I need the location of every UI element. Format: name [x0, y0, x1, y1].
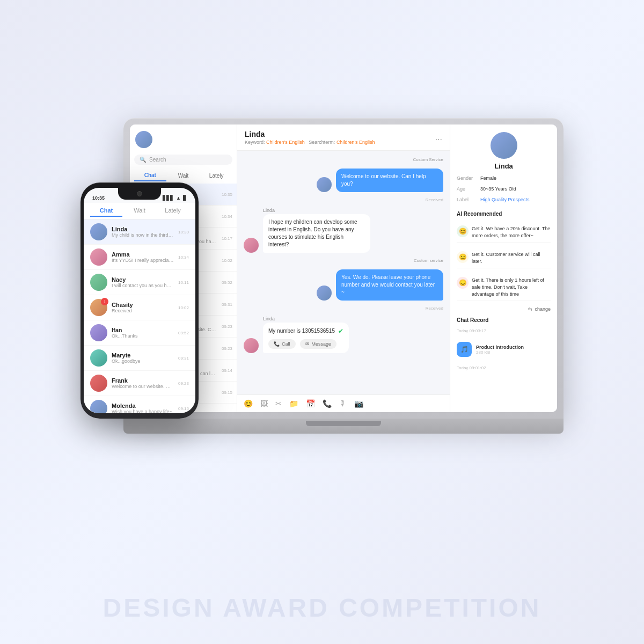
tab-lately[interactable]: Lately — [200, 170, 232, 181]
msg-avatar-1 — [317, 177, 332, 192]
phone: 10:35 ▋▋▋ ▲ ▊ Chat Wait Lately — [80, 182, 199, 419]
phone-shell: 10:35 ▋▋▋ ▲ ▊ Chat Wait Lately — [80, 182, 199, 419]
pci-info-6: Frank Welcome to our website. Can I he..… — [112, 377, 174, 389]
phone-chat-item-4[interactable]: Ifan Ok...Thanks 09:52 — [84, 320, 195, 346]
tab-wait[interactable]: Wait — [167, 170, 200, 181]
pci-avatar-0 — [90, 223, 107, 240]
keyword-label: Keyword: — [245, 140, 265, 145]
phone-toolbar-icon[interactable]: 📞 — [323, 399, 332, 408]
record-size: 280 KB — [476, 350, 524, 355]
pci-info-5: Maryte Ok...goodbye — [112, 352, 174, 364]
phone-chat-item-3[interactable]: 1 Chasity Received 10:02 — [84, 295, 195, 320]
profile-avatar — [491, 132, 517, 159]
pci-msg-4: Ok...Thanks — [112, 333, 174, 339]
pci-msg-2: I will contact you as you have free... — [112, 283, 174, 288]
video-icon[interactable]: 📷 — [354, 399, 363, 408]
record-item-1: 🎵 Product introduction 280 KB — [457, 339, 551, 360]
sidebar-header — [130, 125, 237, 151]
pci-msg-5: Ok...goodbye — [112, 358, 174, 364]
folder-icon[interactable]: 📁 — [289, 399, 298, 408]
age-label: Age — [457, 186, 477, 192]
chat-messages: Custom Service Welcome to our website. C… — [237, 151, 450, 394]
message-button[interactable]: ✉ Message — [300, 339, 337, 349]
record-name: Product introduction — [476, 345, 524, 350]
call-msg-row: 📞 Call ✉ Message — [268, 339, 343, 349]
pci-name-0: Linda — [112, 226, 174, 232]
searchterm-value: Children's English — [336, 140, 375, 145]
msg-bubble-2: I hope my children can develop some inte… — [263, 214, 370, 253]
msg-avatar-3 — [317, 286, 332, 301]
call-button[interactable]: 📞 Call — [268, 339, 296, 349]
emoji-icon[interactable]: 😊 — [244, 399, 253, 408]
chat-item-time-7: 09:23 — [222, 346, 232, 351]
msg-sender-4: Linda — [263, 316, 349, 321]
change-button[interactable]: ⇆ change — [457, 306, 551, 312]
scene: 🔍 Search Chat Wait Lately — [80, 118, 564, 483]
pci-avatar-1 — [90, 248, 107, 266]
record-file-icon: 🎵 — [457, 342, 472, 357]
search-placeholder: Search — [149, 157, 166, 163]
ai-icon-sad: 😞 — [457, 277, 469, 289]
phone-chat-item-6[interactable]: Frank Welcome to our website. Can I he..… — [84, 371, 195, 396]
msg-bubble-4: My number is 13051536515 ✔ 📞 Call — [263, 323, 349, 353]
scissors-icon[interactable]: ✂ — [275, 399, 282, 408]
pci-msg-3: Received — [112, 308, 174, 313]
phone-screen: 10:35 ▋▋▋ ▲ ▊ Chat Wait Lately — [84, 188, 195, 413]
search-bar[interactable]: 🔍 Search — [134, 155, 232, 165]
label-row: Label High Quality Prospects — [457, 197, 551, 202]
msg-label-1: Custom Service — [244, 157, 443, 162]
pci-msg-0: My child is now in the third grade. — [112, 232, 174, 238]
phone-chat-item-2[interactable]: Nacy I will contact you as you have free… — [84, 270, 195, 295]
ai-text-1: Get it. We have a 20% discount. The more… — [472, 225, 551, 239]
more-button[interactable]: ... — [435, 133, 442, 142]
gender-row: Gender Female — [457, 175, 551, 181]
search-icon: 🔍 — [140, 157, 146, 163]
phone-chat-item-5[interactable]: Maryte Ok...goodbye 09:31 — [84, 346, 195, 371]
pci-msg-7: Wish you have a happy life~ — [112, 409, 174, 413]
sidebar-user-avatar — [135, 131, 152, 148]
phone-notch — [118, 188, 161, 200]
check-icon: ✔ — [338, 327, 343, 336]
record-time-2: Today 09:01:02 — [457, 365, 551, 370]
chat-area: Linda Keyword: Children's English Search… — [237, 125, 450, 412]
ai-card-2: 😐 Get it. Customer service will call lat… — [457, 248, 551, 268]
msg-label-3: Custom service — [244, 258, 443, 263]
phone-chat-item-7[interactable]: Molenda Wish you have a happy life~ 09:1… — [84, 396, 195, 413]
laptop-hinge — [306, 421, 381, 426]
phone-number-text: My number is 13051536515 — [268, 327, 335, 335]
pci-avatar-2 — [90, 274, 107, 291]
ai-card-1: 😊 Get it. We have a 20% discount. The mo… — [457, 222, 551, 243]
refresh-icon: ⇆ — [528, 306, 532, 312]
msg-received-3: Received — [244, 306, 443, 311]
watermark: DESIGN AWARD COMPETITION — [103, 593, 541, 623]
pci-time-6: 09:23 — [178, 381, 189, 386]
phone-tab-wait[interactable]: Wait — [123, 205, 156, 217]
phone-tab-lately[interactable]: Lately — [157, 205, 189, 217]
message-row-2: Linda I hope my children can develop som… — [244, 208, 443, 253]
image-icon[interactable]: 🖼 — [260, 399, 268, 408]
chat-item-time-5: 09:31 — [222, 302, 232, 307]
laptop-base — [123, 419, 564, 434]
calendar-icon[interactable]: 📅 — [306, 399, 315, 408]
phone-chat-item-0[interactable]: Linda My child is now in the third grade… — [84, 219, 195, 245]
pci-info-1: Amma It's YYDS! I really appreciate it, … — [112, 251, 174, 263]
pci-avatar-6 — [90, 375, 107, 392]
ai-icon-neutral: 😐 — [457, 251, 469, 263]
pci-name-4: Ifan — [112, 327, 174, 333]
msg-received-1: Received — [244, 197, 443, 202]
phone-chat-list: Linda My child is now in the third grade… — [84, 219, 195, 413]
phone-chat-item-1[interactable]: Amma It's YYDS! I really appreciate it, … — [84, 245, 195, 270]
message-row-1: Welcome to our website. Can I help you? — [244, 169, 443, 192]
chat-record-title: Chat Record — [457, 317, 551, 323]
sidebar-tab-bar: Chat Wait Lately — [130, 168, 237, 184]
pci-name-5: Maryte — [112, 352, 174, 358]
phone-tab-chat[interactable]: Chat — [90, 205, 122, 217]
pci-msg-6: Welcome to our website. Can I he... — [112, 384, 174, 389]
pci-avatar-5 — [90, 349, 107, 367]
pci-avatar-7 — [90, 400, 107, 413]
tab-chat[interactable]: Chat — [134, 170, 166, 181]
pci-avatar-4 — [90, 324, 107, 341]
mic-icon[interactable]: 🎙 — [339, 399, 347, 408]
pci-name-1: Amma — [112, 251, 174, 258]
ai-icon-happy: 😊 — [457, 225, 469, 237]
